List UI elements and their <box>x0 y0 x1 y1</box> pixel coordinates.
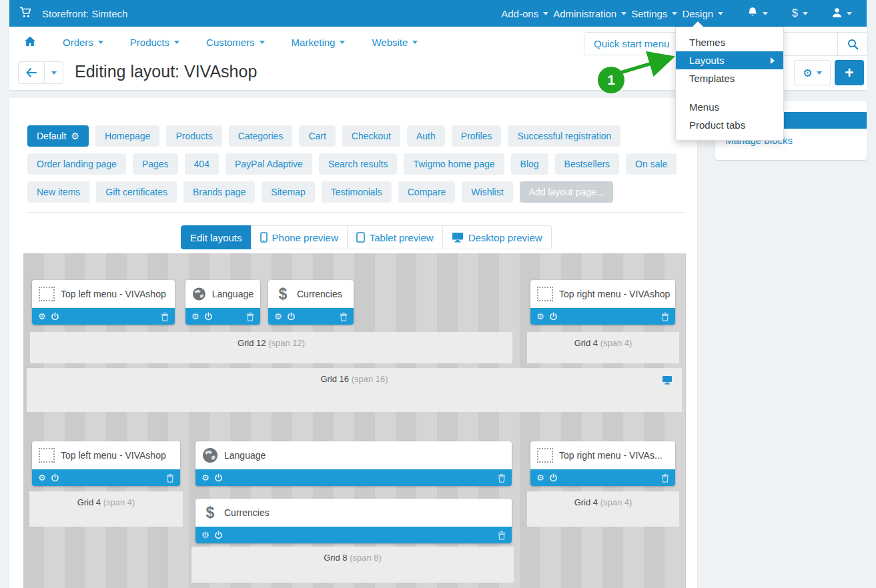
layout-page-tab[interactable]: Successful registration <box>508 125 620 147</box>
layout-page-tab[interactable]: 404 <box>185 153 219 175</box>
trash-icon[interactable] <box>340 312 348 321</box>
block-top-left-menu[interactable]: Top left menu - VIVAshop ⚙ <box>32 280 175 325</box>
currency-menu[interactable]: $ <box>792 7 808 19</box>
top-menu-item[interactable]: Add-ons <box>501 8 548 19</box>
layout-page-tab[interactable]: Auth <box>407 125 445 147</box>
power-icon[interactable] <box>204 312 213 321</box>
layout-page-tab[interactable]: On sale <box>626 153 677 175</box>
layout-page-tab[interactable]: Order landing page <box>27 153 126 175</box>
layout-page-tab[interactable]: Profiles <box>452 125 502 147</box>
layout-page-tab[interactable]: Pages <box>133 153 178 175</box>
layout-page-tab[interactable]: New items <box>27 181 89 203</box>
desktop-icon <box>452 232 464 243</box>
admin-nav-item[interactable]: Products <box>130 37 179 48</box>
grid-container-4[interactable]: Grid 4 (span 4) <box>29 491 183 527</box>
power-icon[interactable] <box>287 312 296 321</box>
menu-item-templates[interactable]: Templates <box>676 69 783 87</box>
trash-icon[interactable] <box>661 312 669 321</box>
layout-page-tab[interactable]: Compare <box>398 181 456 203</box>
menu-item-menus[interactable]: Menus <box>676 98 783 116</box>
notifications-menu[interactable] <box>747 7 768 20</box>
search-button[interactable] <box>837 33 867 55</box>
power-icon[interactable] <box>214 473 223 483</box>
trash-icon[interactable] <box>661 473 669 483</box>
layout-page-tab[interactable]: Twigmo home page <box>404 153 504 175</box>
add-layout-page-button[interactable]: Add layout page... <box>520 181 614 203</box>
layout-page-tab[interactable]: Cart <box>299 125 335 147</box>
admin-nav-item[interactable]: Orders <box>63 37 103 48</box>
power-icon[interactable] <box>549 312 558 321</box>
top-menu-item[interactable]: Settings <box>631 8 677 19</box>
chevron-down-icon <box>621 12 626 15</box>
power-icon[interactable] <box>214 531 223 540</box>
block-top-right-menu[interactable]: Top right menu - VIVAs... ⚙ <box>530 441 675 486</box>
layout-page-tab[interactable]: Search results <box>319 153 397 175</box>
menu-item-product-tabs[interactable]: Product tabs <box>676 116 783 134</box>
admin-nav-item[interactable]: Customers <box>206 37 265 48</box>
layout-page-tab[interactable]: Checkout <box>342 125 400 147</box>
block-settings-icon[interactable]: ⚙ <box>38 473 46 483</box>
desktop-visibility-icon[interactable] <box>662 375 673 387</box>
back-button[interactable] <box>18 61 45 84</box>
trash-icon[interactable] <box>498 473 506 483</box>
layout-page-tab[interactable]: Sitemap <box>262 181 314 203</box>
trash-icon[interactable] <box>161 312 169 321</box>
block-settings-icon[interactable]: ⚙ <box>201 473 209 483</box>
user-menu[interactable] <box>832 7 852 20</box>
layout-page-tabs-row2: Order landing pagePages404PayPal Adaptiv… <box>27 153 677 175</box>
layout-page-tab[interactable]: Categories <box>229 125 293 147</box>
layout-page-tab[interactable]: PayPal Adaptive <box>226 153 312 175</box>
block-currencies[interactable]: $Currencies ⚙ <box>268 280 354 325</box>
layout-page-tab[interactable]: Bestsellers <box>555 153 619 175</box>
grid-container-16[interactable]: Grid 16 (span 16) <box>27 368 682 412</box>
trash-icon[interactable] <box>246 312 254 321</box>
block-settings-icon[interactable]: ⚙ <box>536 473 544 483</box>
menu-item-themes[interactable]: Themes <box>676 33 783 51</box>
block-settings-icon[interactable]: ⚙ <box>38 311 46 321</box>
layout-page-tab[interactable]: Testimonials <box>322 181 392 203</box>
trash-icon[interactable] <box>498 531 506 540</box>
layout-page-tab[interactable]: Homepage <box>95 125 160 147</box>
home-icon[interactable] <box>24 36 36 49</box>
admin-nav-item[interactable]: Marketing <box>292 37 346 48</box>
menu-item-layouts[interactable]: Layouts <box>676 51 783 69</box>
layout-page-tab[interactable]: Brands page <box>183 181 255 203</box>
tab-edit-layouts[interactable]: Edit layouts <box>181 225 252 249</box>
chevron-down-icon <box>817 71 822 75</box>
dollar-icon: $ <box>202 504 218 522</box>
grid-container-8[interactable]: Grid 8 (span 8) <box>191 547 514 583</box>
add-button[interactable]: + <box>835 60 864 85</box>
grid-container-4[interactable]: Grid 4 (span 4) <box>527 332 679 363</box>
block-settings-icon[interactable]: ⚙ <box>191 311 199 321</box>
block-settings-icon[interactable]: ⚙ <box>274 311 282 321</box>
block-settings-icon[interactable]: ⚙ <box>536 311 544 321</box>
quick-start-menu-button[interactable]: Quick start menu <box>584 32 690 55</box>
layout-page-tab[interactable]: Gift certificates <box>96 181 177 203</box>
tab-default[interactable]: Default ⚙ <box>27 125 89 147</box>
block-currencies[interactable]: $Currencies ⚙ <box>195 499 512 543</box>
tab-tablet-preview[interactable]: Tablet preview <box>347 225 443 249</box>
grid-container-4[interactable]: Grid 4 (span 4) <box>527 491 679 527</box>
block-language[interactable]: Language ⚙ <box>185 280 260 325</box>
layout-page-tab[interactable]: Wishlist <box>462 181 512 203</box>
power-icon[interactable] <box>549 473 558 483</box>
block-top-right-menu[interactable]: Top right menu - VIVAshop ⚙ <box>530 280 675 325</box>
back-dropdown-button[interactable] <box>45 61 63 84</box>
storefront-switcher[interactable]: Storefront: Simtech <box>19 7 127 20</box>
admin-nav-item[interactable]: Website <box>372 37 418 48</box>
settings-dropdown-button[interactable]: ⚙ <box>794 60 831 85</box>
grid-container-12[interactable]: Grid 12 (span 12) <box>30 332 512 363</box>
tab-desktop-preview[interactable]: Desktop preview <box>442 225 552 249</box>
top-menu-item[interactable]: Administration <box>553 8 626 19</box>
power-icon[interactable] <box>51 473 59 483</box>
layout-page-tab[interactable]: Products <box>166 125 222 147</box>
globe-icon <box>192 286 206 302</box>
layout-page-tab[interactable]: Blog <box>511 153 548 175</box>
tab-phone-preview[interactable]: Phone preview <box>251 225 348 249</box>
block-settings-icon[interactable]: ⚙ <box>201 530 209 540</box>
block-language[interactable]: Language ⚙ <box>195 441 512 486</box>
top-menu-item[interactable]: Design <box>682 8 723 19</box>
trash-icon[interactable] <box>166 473 174 483</box>
power-icon[interactable] <box>51 312 59 321</box>
block-top-left-menu[interactable]: Top left menu - VIVAshop ⚙ <box>32 441 180 486</box>
